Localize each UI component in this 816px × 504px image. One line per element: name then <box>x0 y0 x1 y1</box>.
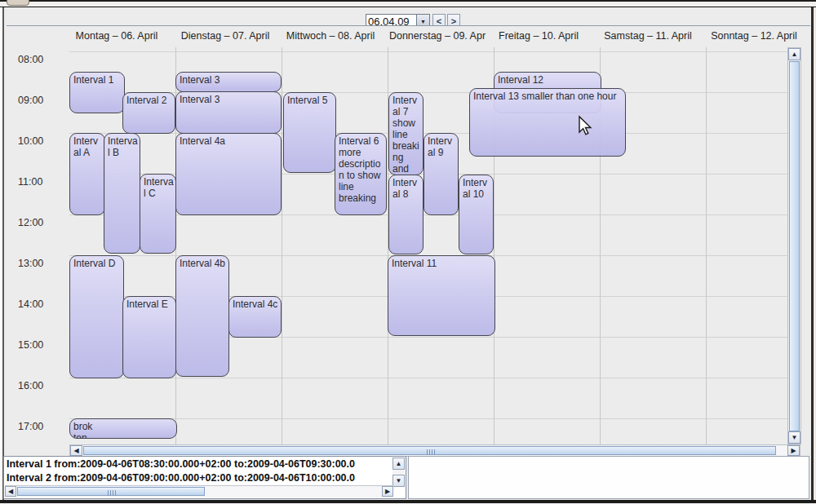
interval-2[interactable]: Interval 2 <box>122 92 175 134</box>
list-scroll-right-button[interactable]: ▶ <box>382 486 393 497</box>
day-header-row: Montag – 06. AprilDienstag – 07. AprilMi… <box>4 26 800 47</box>
day-header-6: Sonntag – 12. April <box>711 30 797 42</box>
list-scroll-left-button[interactable]: ◀ <box>5 486 16 497</box>
interval-list-panel: Interval 1 from:2009-04-06T08:30:00.000+… <box>3 456 406 499</box>
list-scroll-up-button[interactable]: ▲ <box>392 458 405 470</box>
window-top-border <box>0 0 816 2</box>
interval-11-label: Interval 11 <box>388 256 494 269</box>
interval-4a-label: Interval 4a <box>176 134 281 147</box>
interval-3b[interactable]: Interval 3 <box>175 91 282 134</box>
interval-4c-label: Interval 4c <box>229 297 281 310</box>
interval-b[interactable]: Interval B <box>104 133 140 254</box>
interval-8-label: Interval 8 <box>389 175 423 200</box>
interval-13-label: Interval 13 smaller than one hour <box>470 89 625 102</box>
list-scroll-down-button[interactable]: ▼ <box>392 475 405 487</box>
day-header-4: Freitag – 10. April <box>499 30 579 42</box>
interval-a[interactable]: Interval A <box>69 133 105 215</box>
interval-2-label: Interval 2 <box>123 93 175 106</box>
interval-1-label: Interval 1 <box>70 73 124 86</box>
interval-c[interactable]: Interval C <box>140 174 176 254</box>
interval-7-label: Interval 7 show line breaking and <box>389 93 423 175</box>
interval-10-label: Interval 10 <box>459 175 493 200</box>
interval-3b-label: Interval 3 <box>176 92 281 105</box>
time-label: 11:00 <box>18 176 42 188</box>
vertical-scroll-thumb[interactable] <box>789 61 800 431</box>
interval-5-label: Interval 5 <box>284 93 335 106</box>
time-label: 09:00 <box>18 95 43 106</box>
interval-1[interactable]: Interval 1 <box>69 72 125 113</box>
day-header-2: Mittwoch – 08. April <box>286 30 375 42</box>
hour-gridline <box>69 51 787 52</box>
day-column-separator <box>706 47 707 444</box>
interval-e-label: Interval E <box>123 297 175 310</box>
calendar-horizontal-scrollbar[interactable]: ◀ ▶ <box>69 444 800 457</box>
interval-b-label: Interval B <box>104 134 140 158</box>
interval-3a-label: Interval 3 <box>176 73 281 86</box>
interval-9[interactable]: Interval 9 <box>424 133 459 215</box>
interval-7[interactable]: Interval 7 show line breaking and <box>388 92 424 175</box>
day-header-0: Montag – 06. April <box>76 30 158 42</box>
scroll-down-button[interactable]: ▼ <box>788 431 800 444</box>
interval-d[interactable]: Interval D <box>69 255 124 378</box>
scroll-right-button[interactable]: ▶ <box>787 445 800 456</box>
interval-list[interactable]: Interval 1 from:2009-04-06T08:30:00.000+… <box>5 458 393 487</box>
calendar-vertical-scrollbar[interactable]: ▲ ▼ <box>787 47 801 444</box>
interval-list-item-0[interactable]: Interval 1 from:2009-04-06T08:30:00.000+… <box>5 458 393 471</box>
list-horizontal-scrollbar[interactable]: ◀ ▶ <box>5 485 393 497</box>
scroll-left-button[interactable]: ◀ <box>70 445 82 456</box>
interval-9-label: Interval 9 <box>424 134 458 158</box>
detail-panel <box>408 456 809 499</box>
window-tab-fragment <box>7 0 29 6</box>
interval-d-label: Interval D <box>70 256 123 269</box>
interval-list-item-1[interactable]: Interval 2 from:2009-04-06T09:00:00.000+… <box>5 471 393 485</box>
interval-8[interactable]: Interval 8 <box>388 175 424 254</box>
interval-6-label: Interval 6 more description to show line… <box>335 134 386 204</box>
interval-a-label: Interval A <box>70 134 104 158</box>
interval-12-label: Interval 12 <box>494 73 601 86</box>
interval-broken-label: brok ten <box>70 419 176 439</box>
interval-e[interactable]: Interval E <box>122 296 176 378</box>
hour-gridline <box>69 418 787 419</box>
scroll-thumb-grip <box>427 449 435 455</box>
interval-10[interactable]: Interval 10 <box>459 175 494 254</box>
time-label: 12:00 <box>18 217 43 228</box>
interval-broken[interactable]: brok ten <box>69 418 177 439</box>
list-thumb-grip <box>108 490 116 496</box>
time-label: 10:00 <box>18 135 43 147</box>
interval-3a[interactable]: Interval 3 <box>175 72 282 92</box>
list-scroll-thumb[interactable] <box>17 487 205 496</box>
interval-4c[interactable]: Interval 4c <box>228 296 282 338</box>
interval-4b-label: Interval 4b <box>176 256 228 269</box>
window-bottom-border <box>0 500 816 503</box>
mouse-cursor-icon <box>576 115 594 138</box>
window-right-border <box>811 7 814 501</box>
calendar-canvas[interactable]: 08:0009:0010:0011:0012:0013:0014:0015:00… <box>4 47 787 444</box>
day-column-separator <box>282 47 282 444</box>
scroll-up-button[interactable]: ▲ <box>788 48 800 60</box>
day-header-5: Samstag – 11. April <box>604 30 691 42</box>
time-label: 16:00 <box>18 380 43 391</box>
day-header-1: Dienstag – 07. April <box>181 30 269 42</box>
interval-13[interactable]: Interval 13 smaller than one hour <box>469 88 626 157</box>
time-label: 15:00 <box>18 339 43 351</box>
interval-11[interactable]: Interval 11 <box>388 255 495 336</box>
time-label: 14:00 <box>18 298 43 310</box>
hour-gridline <box>69 378 787 378</box>
interval-6[interactable]: Interval 6 more description to show line… <box>335 133 387 215</box>
interval-4b[interactable]: Interval 4b <box>175 255 229 377</box>
time-label: 13:00 <box>18 258 43 269</box>
interval-c-label: Interval C <box>140 175 175 199</box>
list-vertical-scrollbar[interactable]: ▲ ▼ <box>392 458 405 487</box>
interval-5[interactable]: Interval 5 <box>283 92 336 173</box>
horizontal-scroll-thumb[interactable] <box>83 446 776 455</box>
interval-4a[interactable]: Interval 4a <box>175 133 282 215</box>
day-header-3: Donnerstag – 09. Apr <box>389 30 486 42</box>
toolbar: 06.04.09 ▼ < > <box>4 7 811 25</box>
time-label: 17:00 <box>18 421 43 432</box>
time-label: 08:00 <box>18 54 43 65</box>
